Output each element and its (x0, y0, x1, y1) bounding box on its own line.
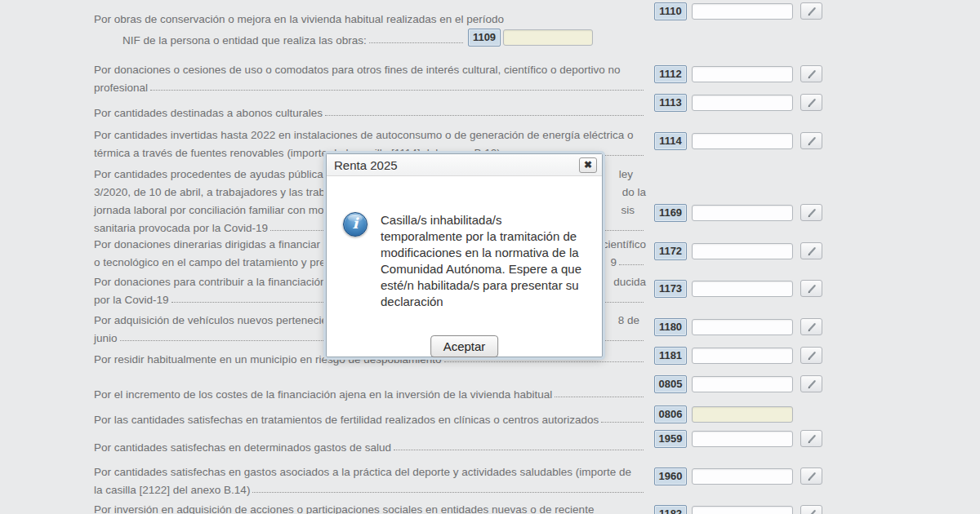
pencil-icon (806, 6, 817, 17)
casilla-number: 1172 (654, 242, 687, 260)
label-text: Por el incremento de los costes de la fi… (94, 388, 552, 401)
amount-input[interactable] (503, 29, 593, 46)
deduction-label: Por donaciones o cesiones de uso o comod… (94, 58, 646, 94)
close-button[interactable]: ✖ (579, 157, 597, 173)
modal-message-line: esté/n habilitada/s para presentar su (381, 277, 581, 294)
modal-body: i Casilla/s inhabilitada/stemporalmente … (327, 176, 602, 357)
accept-button[interactable]: Aceptar (430, 335, 499, 357)
label-line: NIF de la persona o entidad que realiza … (122, 29, 466, 47)
edit-button[interactable] (800, 430, 822, 447)
label-line: profesional (94, 76, 646, 94)
edit-button[interactable] (800, 280, 822, 297)
casilla-number: 1959 (654, 430, 687, 448)
dotted-leader (555, 397, 644, 397)
label-text: la casilla [2122] del anexo B.14) (94, 484, 250, 496)
amount-input[interactable] (692, 406, 793, 423)
amount-input[interactable] (692, 243, 793, 259)
edit-button[interactable] (800, 242, 822, 259)
casilla-number: 1169 (654, 204, 687, 222)
dotted-leader (325, 115, 644, 116)
edit-button[interactable] (800, 204, 822, 221)
label-text: Por cantidades satisfechas en gastos aso… (94, 466, 631, 478)
casilla-number: 1112 (654, 65, 687, 83)
pencil-icon (806, 350, 817, 361)
amount-input[interactable] (692, 431, 793, 447)
amount-input[interactable] (692, 506, 793, 514)
pencil-icon (806, 283, 817, 295)
dotted-leader (150, 90, 644, 91)
deduction-label: NIF de la persona o entidad que realiza … (122, 29, 466, 47)
edit-button[interactable] (800, 467, 822, 485)
pencil-icon (806, 207, 817, 219)
modal-message-line: Comunidad Autónoma. Espere a que (381, 261, 581, 277)
edit-button[interactable] (800, 2, 822, 20)
casilla-number: 1109 (468, 29, 501, 47)
label-text: Por las cantidades satisfechas en tratam… (94, 414, 599, 426)
casilla-number: 1960 (654, 467, 687, 485)
info-glyph: i (353, 215, 359, 232)
amount-input[interactable] (692, 348, 793, 364)
label-text: por la Covid-19 (94, 294, 169, 306)
pencil-icon (806, 433, 817, 445)
casilla-number: 0806 (654, 405, 687, 423)
label-text: ducida (613, 276, 646, 288)
label-text: profesional (94, 82, 148, 94)
edit-button[interactable] (800, 94, 822, 111)
casilla-number: 1180 (654, 318, 687, 336)
amount-input[interactable] (692, 205, 793, 221)
edit-button[interactable] (800, 505, 822, 514)
amount-input[interactable] (692, 133, 793, 149)
dotted-leader (394, 450, 644, 450)
amount-input[interactable] (692, 3, 793, 20)
edit-button[interactable] (800, 318, 822, 335)
edit-button[interactable] (800, 65, 822, 82)
casilla-number: 1173 (654, 280, 687, 298)
casilla-number: 1114 (654, 132, 687, 150)
pencil-icon (806, 379, 817, 390)
casilla-number: 1182 (654, 505, 687, 514)
label-text: Por obras de conservación o mejora en la… (94, 13, 504, 25)
dotted-leader (444, 361, 644, 362)
deduction-label: Por obras de conservación o mejora en la… (94, 7, 646, 25)
edit-button[interactable] (800, 132, 822, 149)
modal-message-line: modificaciones en la normativa de la (381, 245, 581, 261)
casilla-number: 1110 (654, 2, 687, 20)
label-text: Por donaciones para contribuir a la fina… (94, 276, 326, 288)
label-line: Por cantidades satisfechas en gastos aso… (94, 460, 646, 478)
pencil-icon (806, 246, 817, 257)
pencil-icon (806, 69, 817, 80)
label-text: NIF de la persona o entidad que realiza … (122, 34, 367, 47)
modal-message: Casilla/s inhabilitada/stemporalmente po… (381, 212, 581, 310)
label-text: Por inversión en adquisición de acciones… (94, 503, 594, 514)
label-line: Por el incremento de los costes de la fi… (94, 383, 646, 401)
label-line: Por inversión en adquisición de acciones… (94, 498, 646, 514)
dotted-leader (601, 422, 644, 423)
label-line: la casilla [2122] del anexo B.14) (94, 478, 646, 496)
label-text: científico (603, 238, 646, 250)
pencil-icon (806, 97, 817, 109)
modal-dialog: Renta 2025 ✖ i Casilla/s inhabilitada/st… (326, 153, 603, 357)
amount-input[interactable] (692, 281, 793, 297)
amount-input[interactable] (692, 468, 793, 485)
label-text: sis (621, 204, 635, 216)
modal-titlebar[interactable]: Renta 2025 ✖ (327, 154, 602, 176)
modal-title: Renta 2025 (327, 158, 398, 172)
casilla-number: 1113 (654, 94, 687, 112)
amount-input[interactable] (692, 319, 793, 335)
modal-message-line: Casilla/s inhabilitada/s (381, 212, 581, 228)
dotted-leader (619, 264, 644, 265)
label-text: junio (94, 332, 118, 344)
edit-button[interactable] (800, 375, 822, 392)
dotted-leader (252, 492, 644, 493)
amount-input[interactable] (692, 376, 793, 392)
label-text: o tecnológico en el campo del tratamient… (94, 256, 363, 268)
amount-input[interactable] (692, 95, 793, 111)
label-text: 8 de (618, 314, 639, 326)
amount-input[interactable] (692, 66, 793, 82)
label-text: Por adquisición de vehículos nuevos pert… (94, 314, 348, 326)
modal-message-line: declaración (381, 294, 581, 310)
pencil-icon (806, 321, 817, 333)
label-text: Por donaciones o cesiones de uso o comod… (94, 64, 621, 76)
edit-button[interactable] (800, 347, 822, 364)
deduction-label: Por cantidades satisfechas en gastos aso… (94, 460, 646, 496)
